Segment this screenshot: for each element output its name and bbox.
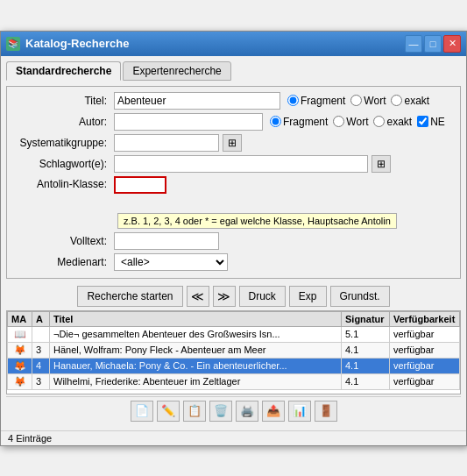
autor-input[interactable] [114,113,263,131]
autor-ne-checkbox[interactable]: NE [417,116,445,128]
col-a: A [32,311,50,326]
antolin-section: z.B. 1, 2, 3, 4 oder * = egal welche Kla… [114,176,397,229]
maximize-button[interactable]: □ [424,35,442,53]
titel-fragment-label: Fragment [301,95,345,107]
col-verfuegbarkeit: Verfügbarkeit [390,311,460,326]
a-cell: 3 [32,342,50,358]
titel-label: Titel: [14,95,110,107]
status-bar: 4 Einträge [1,430,466,445]
volltext-label: Volltext: [14,235,110,247]
systematik-row: Systematikgruppe: ⊞ [14,134,453,152]
antolin-label: Antolin-Klasse: [14,176,110,190]
minimize-button[interactable]: — [405,35,422,53]
systematik-browse-button[interactable]: ⊞ [223,134,242,152]
tab-expertenrecherche[interactable]: Expertenrecherche [123,61,230,81]
title-bar-left: 📚 Katalog-Recherche [6,37,129,51]
copy-button[interactable]: 📋 [183,401,206,422]
titel-cell: Wilhelmi, Friederike: Abenteuer im Zeltl… [50,373,342,389]
titel-cell: Hänel, Wolfram: Pony Fleck - Abenteuer a… [50,342,342,358]
autor-wort-label: Wort [346,116,368,128]
verfuegbarkeit-cell: verfügbar [390,373,460,389]
stats-button[interactable]: 📊 [288,401,311,422]
titel-exakt-label: exakt [404,95,429,107]
systematik-input[interactable] [114,134,219,152]
signatur-cell: 5.1 [342,326,390,342]
title-bar: 📚 Katalog-Recherche — □ ✕ [1,32,466,56]
signatur-cell: 4.1 [342,358,390,373]
titel-wort-label: Wort [364,95,386,107]
table-header-row: MA A Titel Signatur Verfügbarkeit [8,311,460,326]
form-area: Titel: Fragment Wort exakt [6,86,461,279]
antolin-tooltip: z.B. 1, 2, 3, 4 oder * = egal welche Kla… [117,213,397,229]
a-cell: 4 [32,358,50,373]
autor-fragment-label: Fragment [283,116,328,128]
autor-exakt-radio[interactable]: exakt [373,116,412,128]
prev-button[interactable]: ≪ [187,286,209,307]
a-cell [32,326,50,342]
autor-label: Autor: [14,116,110,128]
table-row[interactable]: 🦊 4 Hanauer, Michaela: Pony & Co. - Ein … [8,358,460,373]
tab-standardrecherche[interactable]: Standardrecherche [6,61,121,81]
signatur-cell: 4.1 [342,373,390,389]
schlagwort-input[interactable] [114,155,368,173]
results-area: MA A Titel Signatur Verfügbarkeit 📖 ¬Die… [6,310,461,394]
col-ma: MA [8,311,32,326]
tab-bar: Standardrecherche Expertenrecherche [6,61,461,81]
main-window: 📚 Katalog-Recherche — □ ✕ Standardrecher… [0,31,467,446]
autor-radio-group: Fragment Wort exakt NE [270,116,445,128]
schlagwort-label: Schlagwort(e): [14,158,110,170]
close-button[interactable]: ✕ [443,35,461,53]
results-table: MA A Titel Signatur Verfügbarkeit 📖 ¬Die… [7,311,460,390]
medienart-select[interactable]: <alle> Buch DVD CD Zeitschrift [114,253,228,271]
verfuegbarkeit-cell: verfügbar [390,342,460,358]
exp-button[interactable]: Exp [289,286,327,307]
volltext-row: Volltext: [14,232,453,250]
content-area: Standardrecherche Expertenrecherche Tite… [1,56,466,430]
systematik-label: Systematikgruppe: [14,137,110,149]
new-button[interactable]: 📄 [131,401,153,422]
verfuegbarkeit-cell: verfügbar [390,358,460,373]
ma-cell: 🦊 [8,373,32,389]
table-row[interactable]: 🦊 3 Hänel, Wolfram: Pony Fleck - Abenteu… [8,342,460,358]
medienart-row: Medienart: <alle> Buch DVD CD Zeitschrif… [14,253,453,271]
app-icon: 📚 [6,37,20,51]
bottom-toolbar: 📄 ✏️ 📋 🗑️ 🖨️ 📤 📊 🚪 [6,396,461,425]
exit-button[interactable]: 🚪 [315,401,337,422]
titel-exakt-radio[interactable]: exakt [391,95,429,107]
table-row[interactable]: 🦊 3 Wilhelmi, Friederike: Abenteuer im Z… [8,373,460,389]
schlagwort-row: Schlagwort(e): ⊞ [14,155,453,173]
medienart-label: Medienart: [14,256,110,268]
table-row[interactable]: 📖 ¬Die¬ gesammelten Abenteuer des Großwe… [8,326,460,342]
autor-fragment-radio[interactable]: Fragment [270,116,328,128]
delete-button[interactable]: 🗑️ [209,401,232,422]
col-titel: Titel [50,311,342,326]
titel-wort-radio[interactable]: Wort [350,95,386,107]
titel-row: Titel: Fragment Wort exakt [14,92,453,110]
edit-button[interactable]: ✏️ [157,401,180,422]
antolin-input[interactable] [114,176,166,194]
col-signatur: Signatur [342,311,390,326]
window-title: Katalog-Recherche [25,37,129,50]
schlagwort-browse-button[interactable]: ⊞ [371,155,391,173]
ma-cell: 🦊 [8,358,32,373]
grundst-button[interactable]: Grundst. [330,286,390,307]
volltext-input[interactable] [114,232,219,250]
print-button[interactable]: 🖨️ [236,401,258,422]
titel-fragment-radio[interactable]: Fragment [287,95,345,107]
autor-wort-radio[interactable]: Wort [333,116,368,128]
druck-button[interactable]: Druck [239,286,286,307]
verfuegbarkeit-cell: verfügbar [390,326,460,342]
signatur-cell: 4.1 [342,342,390,358]
ma-cell: 📖 [8,326,32,342]
recherche-starten-button[interactable]: Recherche starten [77,286,182,307]
ma-cell: 🦊 [8,342,32,358]
export-button[interactable]: 📤 [262,401,285,422]
titel-input[interactable] [114,92,280,110]
autor-ne-label: NE [430,116,445,128]
antolin-row: Antolin-Klasse: z.B. 1, 2, 3, 4 oder * =… [14,176,453,229]
titel-radio-group: Fragment Wort exakt [287,95,429,107]
titel-cell: Hanauer, Michaela: Pony & Co. - Ein aben… [50,358,342,373]
next-button[interactable]: ≫ [213,286,236,307]
titel-cell: ¬Die¬ gesammelten Abenteuer des Großwesi… [50,326,342,342]
autor-exakt-label: exakt [386,116,412,128]
